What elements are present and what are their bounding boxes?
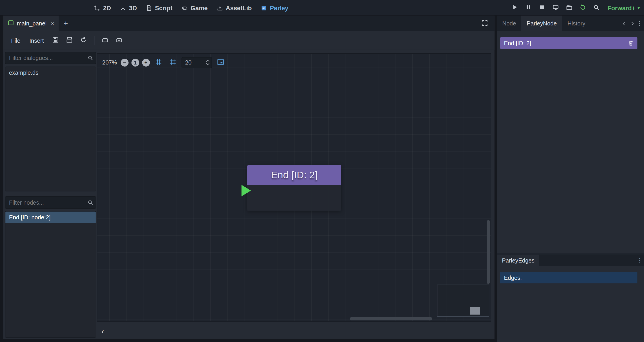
inspector-dock: Node ParleyNode History ⋮ End [ID: 2] Pa… [497,16,644,342]
node-body [247,185,341,211]
save-all-icon [66,36,72,44]
filter-dialogues-input[interactable] [5,52,96,64]
zoom-out-button[interactable]: − [120,58,128,66]
edges-dock-menu-button[interactable]: ⋮ [637,257,642,263]
file-menu-button[interactable]: File [8,36,24,45]
remote-debug-button[interactable] [550,2,561,14]
stop-icon [539,4,545,12]
dialogues-filter [5,52,96,64]
mode-tab-label: AssetLib [226,4,252,11]
spinbox-arrows[interactable] [206,60,212,65]
minimap-toggle-button[interactable] [215,57,226,68]
tab-parleyedges[interactable]: ParleyEdges [497,254,539,266]
dock-menu-button[interactable]: ⋮ [636,20,642,27]
script-icon [146,5,152,11]
mode-tab-label: Game [190,4,208,11]
snap-distance-input[interactable] [182,59,206,66]
edges-header-row: Edges: [500,272,638,284]
new-tab-button[interactable]: + [59,16,73,31]
graph-node-end[interactable]: End [ID: 2] [247,165,341,211]
editor-topbar: 2D 3D Script Game [0,0,644,16]
parley-main-panel: main_panel × + File Insert [3,16,494,339]
mode-tab-label: Parley [270,4,288,11]
save-all-button[interactable] [63,35,76,46]
fullscreen-icon [482,21,488,28]
renderer-select[interactable]: Forward+ ▾ [604,4,640,11]
zoom-reset-button[interactable]: 1 [131,58,139,66]
search-icon [88,200,93,207]
nodes-list: End [ID: node:2] [5,211,96,338]
editor-mode-switcher: 2D 3D Script Game [90,0,293,16]
minimap-node-marker [470,307,480,315]
play-icon [512,4,518,12]
mode-tab-parley[interactable]: Parley [256,0,293,16]
tab-history[interactable]: History [562,16,591,31]
zoom-percent-label[interactable]: 207% [102,59,118,66]
dialogue-sequence-icon [8,20,14,27]
tab-main-panel[interactable]: main_panel × [3,16,58,31]
grid-toggle-button[interactable] [167,57,179,68]
test-dialogue-icon [102,36,108,44]
save-button[interactable] [49,35,61,46]
play-button[interactable] [509,2,520,14]
insert-menu-button[interactable]: Insert [26,36,48,45]
mode-tab-game[interactable]: Game [177,0,212,16]
mode-tab-3d[interactable]: 3D [116,0,142,16]
save-icon [52,36,58,44]
reload-button[interactable] [577,2,588,14]
mode-tab-label: 2D [103,4,111,11]
mode-tab-label: 3D [129,4,137,11]
delete-node-button[interactable] [628,40,634,46]
horizontal-scrollbar-thumb[interactable] [350,317,432,320]
refresh-button[interactable] [77,35,89,46]
input-port-icon[interactable] [242,185,251,196]
parley-icon [261,5,267,11]
test-dialogue-button[interactable] [99,35,111,46]
node-list-item[interactable]: End [ID: node:2] [6,212,96,223]
parley-toolbar: File Insert [3,31,494,50]
dialogue-list-item[interactable]: example.ds [6,67,96,78]
test-dialogue-from-node-button[interactable] [113,35,125,46]
assetlib-icon [217,5,223,11]
spin-up-icon [206,60,210,62]
zoom-in-button[interactable]: + [142,58,150,66]
parley-sidebar: example.ds End [ID: node:2] [5,52,96,338]
node-title-bar[interactable]: End [ID: 2] [247,165,341,185]
mode-tab-2d[interactable]: 2D [90,0,115,16]
mode-tab-assetlib[interactable]: AssetLib [212,0,256,16]
minimap-icon [217,58,224,67]
test-dialogue-from-node-icon [116,36,122,44]
mode-tab-script[interactable]: Script [142,0,177,16]
snap-grid-icon [155,58,162,67]
graph-toolbar: 207% − 1 + [102,56,226,69]
vertical-scrollbar-thumb[interactable] [487,220,490,284]
tab-node[interactable]: Node [497,16,522,31]
trash-icon [628,40,634,46]
parley-node-header-label: End [ID: 2] [504,40,531,46]
collapse-sidebar-button[interactable]: ‹ [98,327,107,336]
tabs-next-button[interactable] [628,19,636,28]
tab-close-button[interactable]: × [50,20,54,27]
tab-parleynode[interactable]: ParleyNode [522,16,562,31]
pause-button[interactable] [523,2,534,14]
chevron-down-icon: ▾ [638,5,640,11]
inspect-button[interactable] [591,2,602,14]
graph-canvas[interactable]: 207% − 1 + [97,53,491,322]
parley-node-header-row: End [ID: 2] [500,37,638,49]
stop-button[interactable] [536,2,548,14]
graph-minimap[interactable] [437,284,489,316]
snap-toggle-button[interactable] [152,57,164,68]
edges-dock-tabbar: ParleyEdges [497,254,644,266]
movie-maker-button[interactable] [564,2,575,14]
tabs-prev-button[interactable] [620,19,628,28]
mode-tab-label: Script [155,4,172,11]
filter-nodes-input[interactable] [5,196,96,209]
snap-distance-spinbox [182,57,212,68]
game-icon [182,5,188,11]
expand-panel-button[interactable] [482,20,488,28]
spin-down-icon [206,63,210,66]
search-icon [88,55,93,62]
magnifier-icon [593,4,600,12]
3d-icon [120,5,126,11]
reload-icon [579,4,586,12]
